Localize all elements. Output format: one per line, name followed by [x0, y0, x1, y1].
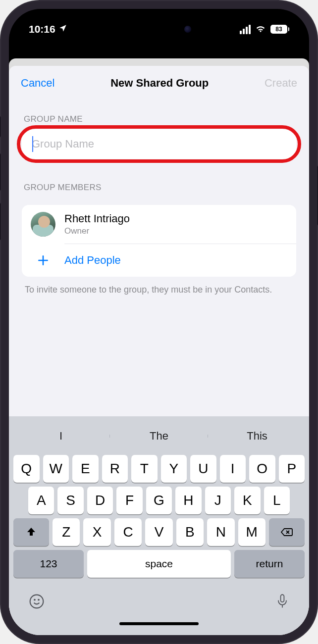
cancel-button[interactable]: Cancel: [21, 77, 54, 90]
side-button: [0, 116, 1, 137]
cellular-icon: [240, 25, 251, 34]
mic-icon[interactable]: [275, 594, 289, 613]
key-row-2: A S D F G H J K L: [12, 487, 306, 514]
new-shared-group-modal: Cancel New Shared Group Create GROUP NAM…: [9, 66, 309, 635]
avatar: [31, 212, 55, 237]
space-key[interactable]: space: [87, 550, 231, 578]
create-button[interactable]: Create: [265, 77, 297, 90]
wifi-icon: [255, 24, 266, 35]
key-o[interactable]: O: [249, 455, 275, 483]
members-card: Rhett Intriago Owner Add People: [22, 205, 296, 277]
key-j[interactable]: J: [205, 487, 231, 514]
location-icon: [58, 24, 67, 35]
svg-rect-3: [281, 594, 284, 602]
dynamic-island: [117, 19, 201, 40]
svg-point-0: [30, 595, 44, 608]
return-key[interactable]: return: [234, 550, 305, 578]
key-z[interactable]: Z: [53, 518, 80, 546]
key-y[interactable]: Y: [161, 455, 187, 483]
svg-point-2: [38, 599, 39, 600]
text-caret: [32, 136, 33, 152]
key-g[interactable]: G: [146, 487, 172, 514]
member-role: Owner: [64, 226, 287, 236]
plus-icon: [31, 254, 55, 267]
page-title: New Shared Group: [110, 77, 209, 90]
key-s[interactable]: S: [57, 487, 83, 514]
content: GROUP NAME GROUP MEMBERS Rhett Intriago …: [9, 99, 309, 416]
add-people-button[interactable]: Add People: [22, 244, 296, 277]
key-row-1: Q W E R T Y U I O P: [12, 455, 306, 483]
group-members-section-label: GROUP MEMBERS: [24, 183, 294, 193]
add-people-label: Add People: [64, 254, 121, 267]
key-t[interactable]: T: [131, 455, 158, 483]
group-name-input[interactable]: [22, 129, 296, 159]
screen: 10:16 83 Cancel: [9, 9, 309, 635]
volume-down-button: [0, 203, 1, 240]
svg-point-1: [34, 599, 35, 600]
key-k[interactable]: K: [234, 487, 260, 514]
backspace-key[interactable]: [269, 518, 305, 546]
key-r[interactable]: R: [102, 455, 128, 483]
home-indicator[interactable]: [119, 622, 199, 625]
key-h[interactable]: H: [175, 487, 201, 514]
shift-key[interactable]: [13, 518, 49, 546]
key-w[interactable]: W: [43, 455, 69, 483]
key-i[interactable]: I: [220, 455, 246, 483]
numeric-key[interactable]: 123: [13, 550, 84, 578]
key-c[interactable]: C: [114, 518, 142, 546]
group-name-section-label: GROUP NAME: [24, 114, 294, 124]
suggestion[interactable]: The: [110, 430, 208, 443]
suggestion[interactable]: I: [12, 430, 110, 443]
key-x[interactable]: X: [83, 518, 110, 546]
key-v[interactable]: V: [145, 518, 172, 546]
key-l[interactable]: L: [264, 487, 290, 514]
key-row-4: 123 space return: [12, 550, 306, 578]
key-d[interactable]: D: [87, 487, 113, 514]
keyboard: I The This Q W E R T Y U I O P A: [9, 416, 309, 635]
phone-frame: 10:16 83 Cancel: [0, 0, 318, 644]
key-p[interactable]: P: [279, 455, 305, 483]
key-f[interactable]: F: [116, 487, 142, 514]
suggestion[interactable]: This: [208, 430, 306, 443]
member-name: Rhett Intriago: [64, 212, 287, 225]
key-n[interactable]: N: [207, 518, 234, 546]
modal-header: Cancel New Shared Group Create: [9, 66, 309, 99]
battery-icon: 83: [270, 25, 289, 34]
volume-up-button: [0, 153, 1, 191]
key-b[interactable]: B: [176, 518, 204, 546]
key-m[interactable]: M: [238, 518, 265, 546]
member-row-owner: Rhett Intriago Owner: [22, 205, 296, 244]
members-footnote: To invite someone to the group, they mus…: [25, 284, 293, 296]
status-time: 10:16: [29, 23, 55, 35]
key-e[interactable]: E: [72, 455, 99, 483]
key-row-3: Z X C V B N M: [12, 518, 306, 546]
group-name-field-wrap: [22, 129, 296, 159]
key-u[interactable]: U: [190, 455, 216, 483]
emoji-icon[interactable]: [29, 594, 45, 613]
key-a[interactable]: A: [28, 487, 54, 514]
suggestion-bar: I The This: [12, 421, 306, 451]
key-q[interactable]: Q: [13, 455, 40, 483]
